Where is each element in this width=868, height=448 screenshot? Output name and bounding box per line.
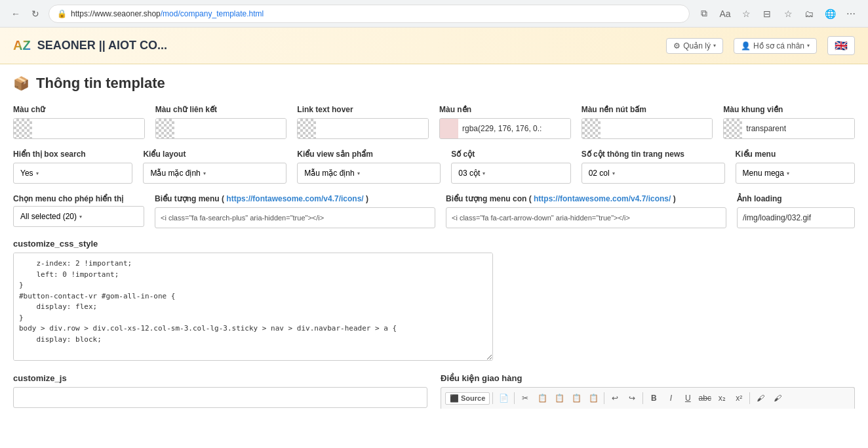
url-prefix: https://www.seaoner.shop (71, 9, 161, 18)
external-link-button[interactable]: ⧉ (695, 5, 713, 23)
link-text-hover-group: Link text hover (297, 105, 429, 139)
kieu-layout-dropdown[interactable]: Mẫu mặc định ▾ (143, 163, 286, 184)
paste-button[interactable]: 📋 (551, 390, 567, 406)
cut-button[interactable]: ✂ (517, 390, 533, 406)
bieu-tuong-menu-group: Biểu tượng menu ( https://fontawesome.co… (155, 194, 435, 228)
chon-menu-dropdown[interactable]: All selected (20) ▾ (13, 206, 144, 227)
underline-button[interactable]: U (680, 390, 696, 406)
address-bar[interactable]: 🔒 https://www.seaoner.shop/mod/company_t… (49, 5, 690, 23)
kieu-view-sp-dropdown[interactable]: Mẫu mặc định ▾ (297, 163, 441, 184)
header-right: ⚙ Quản lý ▾ 👤 Hồ sơ cá nhân ▾ 🇬🇧 (666, 36, 855, 55)
customize-js-input[interactable] (13, 387, 427, 408)
url-path: /mod/company_template.html (161, 9, 264, 18)
mau-khung-vien-wrapper[interactable] (723, 118, 855, 139)
bieu-tuong-menu-close-paren: ) (364, 194, 368, 203)
copy-button[interactable]: 📋 (534, 390, 550, 406)
so-cot-label: Số cột (451, 150, 570, 159)
bookmark-button[interactable]: ☆ (737, 5, 755, 23)
edge-icon[interactable]: 🌐 (821, 5, 839, 23)
bieu-tuong-menu-label: Biểu tượng menu ( https://fontawesome.co… (155, 194, 435, 203)
bieu-tuong-menu-con-input[interactable] (446, 207, 726, 228)
mau-khung-vien-label: Màu khung viền (723, 105, 855, 114)
anh-loading-input[interactable] (737, 207, 855, 228)
manage-caret: ▾ (713, 43, 716, 49)
row3: Chọn menu cho phép hiển thị All selected… (13, 194, 855, 228)
hien-thi-dropdown[interactable]: Yes ▾ (13, 163, 132, 184)
nav-buttons: ← ↻ (8, 6, 43, 22)
chon-menu-label: Chọn menu cho phép hiển thị (13, 194, 144, 203)
link-text-hover-input-wrapper[interactable] (297, 118, 429, 139)
reader-mode-button[interactable]: Aa (716, 5, 734, 23)
source-icon: ⬛ (450, 394, 459, 403)
split-view-button[interactable]: ⊟ (758, 5, 776, 23)
mau-chu-input[interactable] (32, 119, 144, 138)
mau-khung-vien-input[interactable] (742, 119, 854, 138)
back-button[interactable]: ← (8, 6, 24, 22)
css-label: customize_css_style (13, 239, 855, 249)
mau-chu-input-wrapper[interactable] (13, 118, 145, 139)
mau-nen-input[interactable] (458, 119, 570, 138)
so-cot-news-group: Số cột thông tin trang news 02 col ▾ (582, 150, 725, 184)
strikethrough-button[interactable]: abc (697, 390, 713, 406)
more-button[interactable]: ⋯ (842, 5, 860, 23)
dieu-kien-giao-hang-label: Điều kiện giao hàng (441, 373, 855, 383)
bieu-tuong-menu-con-link[interactable]: https://fontawesome.com/v4.7/icons/ (534, 194, 671, 203)
paste-text-button[interactable]: 📋 (568, 390, 584, 406)
kieu-layout-value: Mẫu mặc định (150, 169, 200, 178)
css-textarea[interactable]: z-index: 2 !important; left: 0 !importan… (13, 253, 493, 361)
kieu-view-sp-label: Kiểu view sản phẩm (297, 150, 441, 159)
subscript-button[interactable]: x₂ (714, 390, 730, 406)
collections-button[interactable]: 🗂 (800, 5, 818, 23)
superscript-button[interactable]: x² (731, 390, 747, 406)
mau-nen-nut-bam-wrapper[interactable] (582, 118, 713, 139)
link-text-hover-checker (298, 119, 316, 138)
bold-button[interactable]: B (646, 390, 661, 406)
customize-js-label: customize_js (13, 373, 427, 383)
kieu-menu-label: Kiểu menu (736, 150, 855, 159)
kieu-layout-group: Kiểu layout Mẫu mặc định ▾ (143, 150, 286, 184)
mau-nen-nut-bam-input[interactable] (601, 119, 713, 138)
mau-nen-nut-bam-group: Màu nền nút bấm (582, 105, 713, 139)
browser-actions: ⧉ Aa ☆ ⊟ ☆ 🗂 🌐 ⋯ (695, 5, 860, 23)
chon-menu-caret: ▾ (79, 214, 82, 220)
manage-button[interactable]: ⚙ Quản lý ▾ (666, 38, 723, 54)
language-button[interactable]: 🇬🇧 (827, 36, 855, 55)
customize-js-group: customize_js (13, 373, 427, 409)
mau-nen-nut-bam-checker (582, 119, 601, 138)
mau-chu-lk-input[interactable] (174, 119, 286, 138)
so-cot-news-dropdown[interactable]: 02 col ▾ (582, 163, 725, 184)
link-text-hover-input[interactable] (316, 119, 428, 138)
redo-button[interactable]: ↪ (624, 390, 640, 406)
toolbar-sep-4 (642, 392, 643, 404)
kieu-view-sp-value: Mẫu mặc định (304, 169, 354, 178)
mau-khung-vien-group: Màu khung viền (723, 105, 855, 139)
bieu-tuong-menu-input[interactable] (155, 207, 435, 228)
logo-icon: AZ (13, 38, 31, 53)
undo-button[interactable]: ↩ (607, 390, 623, 406)
mau-nen-input-wrapper[interactable] (439, 118, 571, 139)
chon-menu-value: All selected (20) (20, 212, 77, 221)
mau-chu-lk-input-wrapper[interactable] (155, 118, 287, 139)
so-cot-dropdown[interactable]: 03 cột ▾ (451, 163, 570, 184)
bieu-tuong-menu-link[interactable]: https://fontawesome.com/v4.7/icons/ (226, 194, 363, 203)
so-cot-value: 03 cột (458, 169, 480, 178)
text-color-button[interactable]: 🖌 (753, 390, 768, 406)
hien-thi-box-search-group: Hiển thị box search Yes ▾ (13, 150, 132, 184)
bieu-tuong-menu-label-text: Biểu tượng menu ( (155, 194, 226, 203)
reload-button[interactable]: ↻ (28, 6, 43, 22)
source-label: Source (461, 394, 485, 402)
mau-nen-checker (440, 119, 458, 138)
favorites-button[interactable]: ☆ (779, 5, 797, 23)
kieu-menu-caret: ▾ (787, 171, 789, 176)
mau-nen-nut-bam-label: Màu nền nút bấm (582, 105, 713, 114)
kieu-menu-dropdown[interactable]: Menu mega ▾ (736, 163, 855, 184)
kieu-view-sp-group: Kiểu view sản phẩm Mẫu mặc định ▾ (297, 150, 441, 184)
so-cot-group: Số cột 03 cột ▾ (451, 150, 570, 184)
profile-button[interactable]: 👤 Hồ sơ cá nhân ▾ (734, 38, 817, 54)
bg-color-button[interactable]: 🖌 (770, 390, 785, 406)
logo-text: SEAONER || AIOT CO... (37, 39, 167, 52)
italic-button[interactable]: I (663, 390, 679, 406)
paste-word-button[interactable]: 📋 (585, 390, 601, 406)
new-page-button[interactable]: 📄 (496, 390, 511, 406)
source-button[interactable]: ⬛ Source (445, 392, 490, 405)
